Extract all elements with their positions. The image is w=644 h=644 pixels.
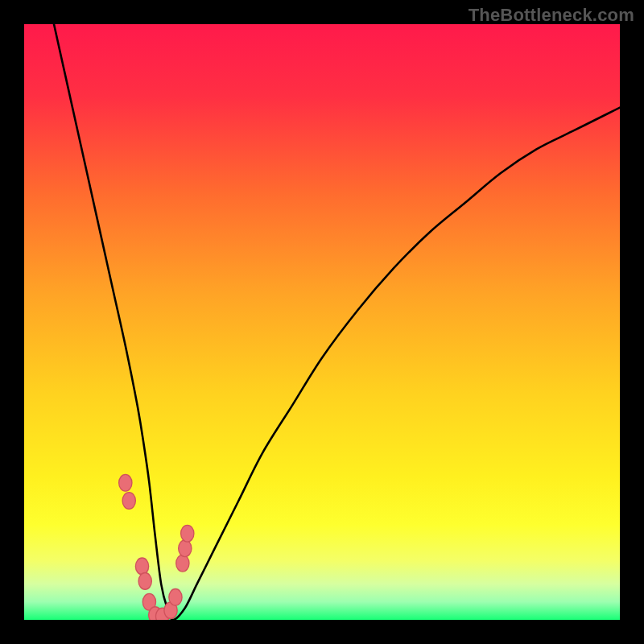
curve-layer xyxy=(24,24,620,620)
chart-frame: TheBottleneck.com xyxy=(0,0,644,644)
highlight-dot xyxy=(181,525,194,542)
highlight-dot xyxy=(179,540,192,557)
highlight-dot xyxy=(138,573,151,590)
watermark-text: TheBottleneck.com xyxy=(469,5,634,26)
highlight-dot xyxy=(176,555,189,572)
bottleneck-curve xyxy=(54,24,620,620)
highlight-dot xyxy=(135,558,148,575)
plot-area xyxy=(24,24,620,620)
highlight-dot xyxy=(122,493,135,510)
highlight-dot xyxy=(119,474,132,491)
highlight-dot xyxy=(169,589,182,606)
